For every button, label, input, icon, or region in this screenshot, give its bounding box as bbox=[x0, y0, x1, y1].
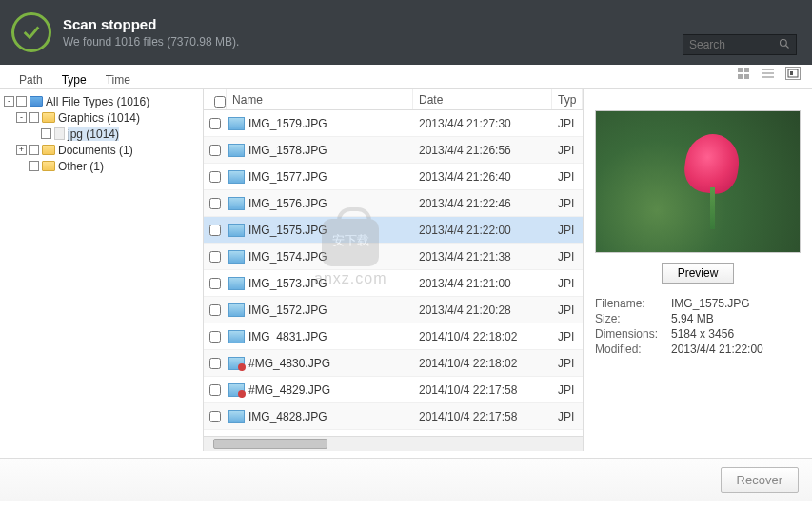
status-text: Scan stopped We found 1016 files (7370.9… bbox=[63, 16, 239, 49]
tree-checkbox[interactable] bbox=[41, 128, 51, 139]
row-name-cell: IMG_1577.JPG bbox=[227, 170, 413, 184]
meta-row: Filename:IMG_1575.JPG bbox=[595, 297, 801, 310]
image-file-icon bbox=[228, 170, 245, 184]
tab-type[interactable]: Type bbox=[52, 70, 96, 88]
row-checkbox[interactable] bbox=[209, 358, 221, 369]
row-checkbox[interactable] bbox=[209, 145, 221, 156]
search-box[interactable] bbox=[683, 34, 797, 55]
table-body[interactable]: IMG_1579.JPG2013/4/4 21:27:30JPIIMG_1578… bbox=[204, 110, 583, 436]
grid-view-icon[interactable] bbox=[736, 67, 751, 80]
column-date[interactable]: Date bbox=[413, 89, 552, 109]
svg-line-1 bbox=[786, 45, 789, 48]
row-checkbox[interactable] bbox=[209, 198, 221, 209]
tab-time[interactable]: Time bbox=[96, 70, 140, 88]
row-type-cell: JPI bbox=[552, 170, 583, 184]
tree-node[interactable]: jpg (1014) bbox=[4, 126, 199, 142]
tree-node[interactable]: Other (1) bbox=[4, 158, 199, 174]
svg-rect-2 bbox=[738, 68, 743, 72]
collapse-icon[interactable]: - bbox=[16, 112, 27, 123]
row-date-cell: 2013/4/4 21:26:56 bbox=[413, 144, 552, 157]
image-file-icon bbox=[228, 144, 245, 157]
table-row[interactable]: IMG_1572.JPG2013/4/4 21:20:28JPI bbox=[204, 297, 583, 323]
column-checkbox[interactable] bbox=[204, 89, 227, 109]
row-checkbox-cell bbox=[204, 118, 227, 129]
tree-node[interactable]: -All File Types (1016) bbox=[4, 93, 199, 109]
tree-checkbox[interactable] bbox=[16, 96, 27, 107]
tree-label[interactable]: Documents (1) bbox=[58, 144, 133, 157]
table-row[interactable]: IMG_1576.JPG2013/4/4 21:22:46JPI bbox=[204, 190, 583, 217]
tree-node[interactable]: +Documents (1) bbox=[4, 142, 199, 158]
row-type-cell: JPI bbox=[552, 117, 583, 130]
row-checkbox[interactable] bbox=[209, 171, 221, 183]
table-row[interactable]: IMG_4831.JPG2014/10/4 22:18:02JPI bbox=[204, 323, 583, 350]
tab-bar: Path Type Time bbox=[0, 65, 812, 89]
table-row[interactable]: #MG_4829.JPG2014/10/4 22:17:58JPI bbox=[204, 377, 583, 403]
row-checkbox[interactable] bbox=[209, 411, 221, 422]
folder-icon bbox=[42, 161, 55, 171]
row-checkbox-cell bbox=[204, 384, 227, 396]
table-header: Name Date Typ bbox=[204, 89, 583, 110]
preview-panel: Preview Filename:IMG_1575.JPGSize:5.94 M… bbox=[584, 89, 812, 451]
tree-label[interactable]: jpg (1014) bbox=[68, 127, 119, 141]
row-checkbox[interactable] bbox=[209, 118, 221, 129]
table-row[interactable]: IMG_1579.JPG2013/4/4 21:27:30JPI bbox=[204, 110, 583, 137]
table-row[interactable]: IMG_1575.JPG2013/4/4 21:22:00JPI bbox=[204, 217, 583, 244]
table-row[interactable]: IMG_1577.JPG2013/4/4 21:26:40JPI bbox=[204, 164, 583, 190]
row-checkbox[interactable] bbox=[209, 251, 221, 263]
column-type[interactable]: Typ bbox=[552, 89, 583, 109]
svg-point-0 bbox=[781, 39, 787, 46]
row-checkbox[interactable] bbox=[209, 278, 221, 289]
row-type-cell: JPI bbox=[552, 250, 583, 264]
row-type-cell: JPI bbox=[552, 277, 583, 290]
row-type-cell: JPI bbox=[552, 357, 583, 370]
meta-label: Dimensions: bbox=[595, 327, 671, 341]
row-checkbox[interactable] bbox=[209, 384, 221, 396]
row-checkbox[interactable] bbox=[209, 225, 221, 236]
detail-view-icon[interactable] bbox=[785, 67, 801, 80]
recover-button[interactable]: Recover bbox=[721, 467, 799, 493]
meta-value: 2013/4/4 21:22:00 bbox=[671, 343, 763, 356]
tree-label[interactable]: All File Types (1016) bbox=[46, 95, 149, 108]
footer-bar: Recover bbox=[0, 458, 812, 501]
scrollbar-thumb[interactable] bbox=[213, 439, 327, 449]
preview-button[interactable]: Preview bbox=[662, 263, 735, 284]
table-row[interactable]: IMG_1574.JPG2013/4/4 21:21:38JPI bbox=[204, 244, 583, 270]
expand-icon[interactable]: + bbox=[16, 145, 27, 155]
column-name[interactable]: Name bbox=[227, 89, 413, 109]
folder-icon bbox=[42, 145, 55, 155]
tree-checkbox[interactable] bbox=[29, 112, 39, 123]
folder-tree[interactable]: -All File Types (1016)-Graphics (1014)jp… bbox=[0, 89, 204, 451]
table-row[interactable]: IMG_1573.JPG2013/4/4 21:21:00JPI bbox=[204, 270, 583, 297]
image-file-icon bbox=[228, 383, 245, 397]
row-date-cell: 2013/4/4 21:20:28 bbox=[413, 303, 552, 317]
tree-checkbox[interactable] bbox=[29, 161, 39, 171]
tree-checkbox[interactable] bbox=[29, 145, 39, 155]
meta-value: IMG_1575.JPG bbox=[671, 297, 750, 310]
svg-rect-3 bbox=[744, 68, 749, 72]
tree-label[interactable]: Graphics (1014) bbox=[58, 111, 140, 125]
row-date-cell: 2013/4/4 21:21:00 bbox=[413, 277, 552, 290]
table-row[interactable]: #MG_4830.JPG2014/10/4 22:18:02JPI bbox=[204, 350, 583, 377]
table-row[interactable]: IMG_1578.JPG2013/4/4 21:26:56JPI bbox=[204, 137, 583, 164]
table-row[interactable]: IMG_4828.JPG2014/10/4 22:17:58JPI bbox=[204, 403, 583, 430]
select-all-checkbox[interactable] bbox=[214, 96, 226, 108]
tree-node[interactable]: -Graphics (1014) bbox=[4, 109, 199, 126]
meta-label: Filename: bbox=[595, 297, 671, 310]
row-type-cell: JPI bbox=[552, 224, 583, 237]
horizontal-scrollbar[interactable] bbox=[204, 436, 583, 451]
collapse-icon[interactable]: - bbox=[4, 96, 14, 107]
row-name-cell: IMG_1579.JPG bbox=[227, 117, 413, 130]
search-icon[interactable] bbox=[779, 38, 790, 52]
image-file-icon bbox=[228, 410, 245, 423]
tab-path[interactable]: Path bbox=[10, 70, 52, 88]
meta-label: Size: bbox=[595, 312, 671, 325]
row-name-cell: #MG_4829.JPG bbox=[227, 383, 413, 397]
row-date-cell: 2013/4/4 21:27:30 bbox=[413, 117, 552, 130]
list-view-icon[interactable] bbox=[761, 67, 776, 80]
row-name-cell: IMG_1575.JPG bbox=[227, 224, 413, 237]
row-checkbox[interactable] bbox=[209, 331, 221, 343]
search-input[interactable] bbox=[689, 38, 775, 51]
meta-label: Modified: bbox=[595, 343, 671, 356]
row-checkbox[interactable] bbox=[209, 304, 221, 316]
tree-label[interactable]: Other (1) bbox=[58, 160, 104, 173]
